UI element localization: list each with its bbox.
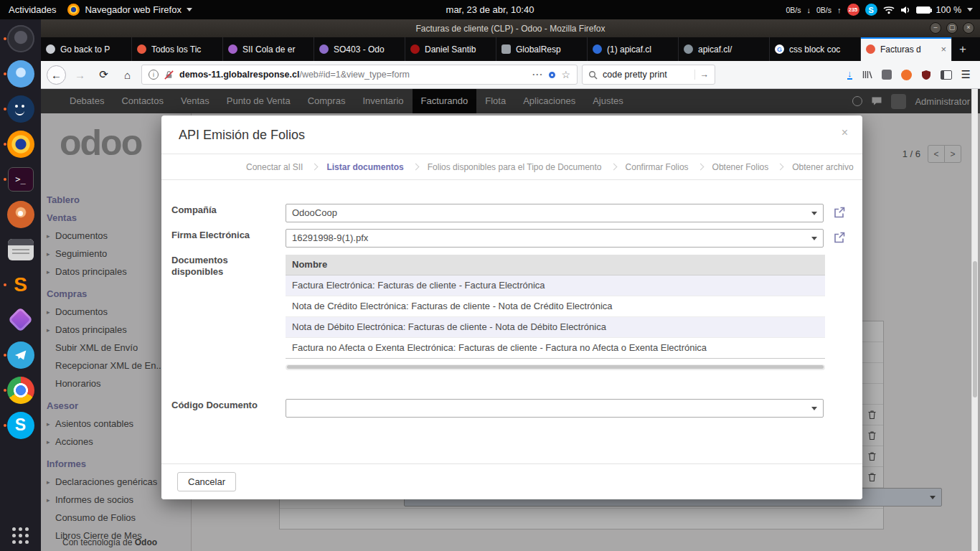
step-listar-documentos[interactable]: Listar documentos — [326, 162, 403, 172]
browser-tab[interactable]: Gcss block coc — [770, 37, 861, 61]
step-obtener-archivo[interactable]: Obtener archivo — [792, 162, 853, 172]
step-obtener-folios[interactable]: Obtener Folios — [712, 162, 769, 172]
dock-notes-app[interactable] — [3, 234, 39, 265]
browser-tab[interactable]: SO403 - Odo — [314, 37, 405, 61]
chevron-down-icon — [187, 8, 192, 11]
close-button[interactable]: × — [963, 22, 974, 34]
dock-chat-app[interactable] — [3, 93, 39, 124]
dock-software-center[interactable] — [3, 199, 39, 230]
browser-tab-active[interactable]: Facturas d× — [861, 37, 952, 61]
browser-tab[interactable]: GlobalResp — [496, 37, 588, 61]
browser-tab[interactable]: Go back to P — [41, 37, 132, 61]
back-button[interactable]: ← — [47, 65, 66, 85]
document-row[interactable]: Factura no Afecta o Exenta Electrónica: … — [286, 338, 825, 359]
company-label: Compañía — [171, 204, 217, 216]
browser-tab[interactable]: SII Cola de er — [223, 37, 314, 61]
tab-title: Facturas d — [880, 44, 936, 55]
new-tab-button[interactable]: + — [952, 37, 974, 61]
hamburger-menu-icon[interactable]: ☰ — [961, 68, 971, 81]
step-confirmar-folios[interactable]: Confirmar Folios — [626, 162, 689, 172]
window-titlebar[interactable]: Facturas de cliente (CLP) - Odoo - Mozil… — [41, 19, 980, 37]
step-folios-disponibles[interactable]: Folios disponibles para el Tipo de Docum… — [428, 162, 602, 172]
signature-label: Firma Electrónica — [171, 230, 250, 241]
page-scrollbar[interactable] — [971, 89, 978, 551]
focused-app-label: Navegador web Firefox — [85, 4, 181, 15]
extension-icon[interactable] — [882, 70, 892, 80]
site-info-icon[interactable]: i — [149, 70, 159, 80]
browser-tab[interactable]: Daniel Santib — [405, 37, 496, 61]
purple-app-icon — [8, 307, 33, 332]
tab-title: css block coc — [789, 44, 855, 55]
tab-bar: Go back to P Todos los Tic SII Cola de e… — [41, 37, 980, 61]
tab-close-icon[interactable]: × — [941, 44, 946, 55]
table-horizontal-scrollbar[interactable] — [286, 364, 825, 370]
url-bar[interactable]: i demos-11.globalresponse.cl/web#id=1&vi… — [141, 65, 578, 85]
blue-app-icon — [7, 60, 34, 88]
dock: >_ S S — [0, 19, 41, 551]
download-arrow-icon: ↓ — [807, 6, 811, 14]
tab-title: Go back to P — [60, 44, 126, 55]
dock-chrome[interactable] — [3, 375, 39, 405]
search-go-icon[interactable]: → — [694, 70, 710, 80]
url-path: /web#id=1&view_type=form — [299, 70, 410, 80]
doc-code-select[interactable] — [286, 399, 824, 418]
scrollbar-thumb[interactable] — [973, 261, 977, 397]
dock-skype[interactable]: S — [3, 410, 39, 441]
dock-unknown-app[interactable] — [3, 23, 39, 54]
odoo-favicon — [137, 44, 146, 54]
bookmark-star-icon[interactable]: ☆ — [561, 69, 570, 80]
document-row[interactable]: Factura Electrónica: Facturas de cliente… — [286, 276, 825, 296]
downloads-icon[interactable]: ↓ — [847, 70, 852, 80]
page-viewport: Debates Contactos Ventas Punto de Venta … — [41, 89, 980, 551]
app-menu[interactable]: Navegador web Firefox — [67, 4, 192, 16]
minimize-button[interactable]: – — [930, 22, 941, 34]
modal-header: API Emisión de Folios × — [161, 116, 862, 154]
company-value: OdooCoop — [292, 207, 337, 218]
dock-terminal[interactable]: >_ — [3, 164, 39, 194]
reload-button[interactable]: ⟳ — [94, 65, 113, 85]
browser-tab[interactable]: apicaf.cl/ — [679, 37, 770, 61]
firefox-icon — [67, 4, 80, 16]
dock-sublime-text[interactable]: S — [3, 269, 39, 300]
ublock-icon[interactable] — [921, 70, 931, 80]
system-menu-caret-icon[interactable] — [967, 8, 973, 11]
company-select[interactable]: OdooCoop — [286, 204, 824, 222]
tab-title: (1) apicaf.cl — [607, 44, 673, 55]
page-actions-icon[interactable]: ··· — [532, 70, 544, 80]
system-top-bar: Actividades Navegador web Firefox mar, 2… — [0, 0, 980, 19]
library-icon[interactable] — [862, 70, 872, 80]
tab-title: Todos los Tic — [151, 44, 217, 55]
dock-telegram[interactable] — [3, 339, 39, 370]
forward-button[interactable]: → — [70, 65, 90, 85]
activities-button[interactable]: Actividades — [9, 4, 56, 15]
wifi-icon — [883, 6, 895, 14]
maximize-button[interactable]: ▢ — [946, 22, 958, 34]
external-link-icon[interactable] — [833, 206, 846, 219]
cancel-button[interactable]: Cancelar — [177, 472, 236, 491]
document-row[interactable]: Nota de Crédito Electrónica: Facturas de… — [286, 296, 825, 317]
dock-firefox[interactable] — [3, 128, 39, 159]
dock-purple-app[interactable] — [3, 304, 39, 335]
step-conectar-al-sii[interactable]: Conectar al SII — [246, 162, 303, 172]
dock-blue-app[interactable] — [3, 58, 39, 89]
home-button[interactable]: ⌂ — [118, 65, 137, 85]
search-box[interactable]: → — [582, 65, 715, 85]
url-text[interactable]: demos-11.globalresponse.cl/web#id=1&view… — [179, 70, 527, 80]
skype-tray-icon[interactable]: S — [865, 4, 877, 16]
search-input[interactable] — [603, 70, 689, 80]
sidebar-toggle-icon[interactable] — [941, 70, 952, 80]
signature-select[interactable]: 16291998-9(1).pfx — [286, 229, 824, 248]
scrollbar-thumb[interactable] — [287, 365, 824, 369]
notification-badge[interactable]: 235 — [847, 4, 859, 16]
running-dot — [4, 72, 6, 75]
browser-tab[interactable]: Todos los Tic — [132, 37, 223, 61]
show-applications-button[interactable] — [12, 527, 29, 544]
insecure-lock-icon[interactable] — [164, 70, 174, 80]
document-row[interactable]: Nota de Débito Electrónica: Facturas de … — [286, 317, 825, 338]
apicaf-favicon — [593, 44, 602, 54]
modal-close-icon[interactable]: × — [842, 126, 848, 139]
orange-extension-icon[interactable] — [901, 70, 912, 80]
external-link-icon[interactable] — [833, 231, 846, 244]
firefox-window: Facturas de cliente (CLP) - Odoo - Mozil… — [41, 19, 980, 551]
browser-tab[interactable]: (1) apicaf.cl — [588, 37, 679, 61]
